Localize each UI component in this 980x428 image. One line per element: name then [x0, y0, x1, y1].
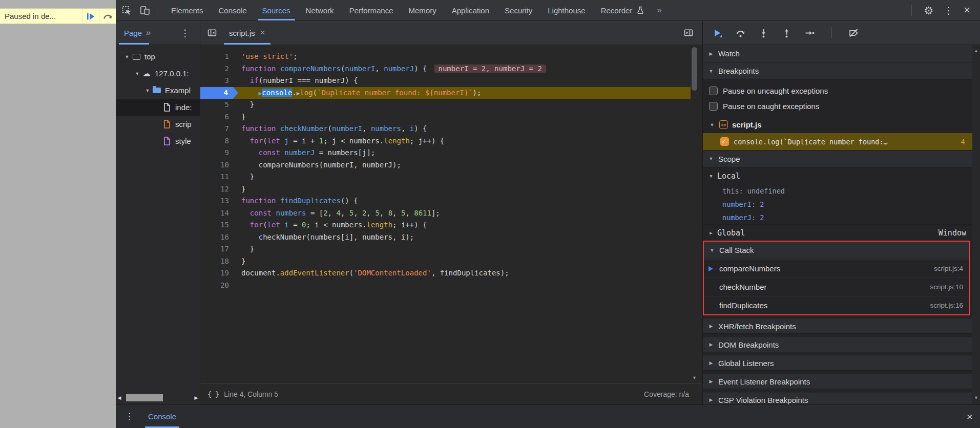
checkbox-unchecked[interactable]	[709, 87, 718, 95]
call-stack-frame-checkNumber[interactable]: checkNumberscript.js:10	[704, 277, 969, 296]
scope-local[interactable]: ▼ Local	[703, 167, 972, 184]
resume-script-button[interactable]	[82, 9, 99, 24]
scope-variable-numberI[interactable]: numberI: 2	[703, 198, 972, 211]
line-number-gutter[interactable]: 11	[200, 171, 238, 183]
pretty-print-button[interactable]: { }	[207, 390, 219, 398]
tree-item-inde[interactable]: inde:	[116, 99, 200, 116]
code-line-1[interactable]: 1'use strict';	[200, 51, 691, 63]
breakpoint-checkbox-checked[interactable]	[720, 137, 729, 146]
step-over-button[interactable]	[735, 28, 746, 38]
section-csp-violation-breakpoints[interactable]: ▶CSP Violation Breakpoints	[703, 392, 972, 404]
checkbox-unchecked[interactable]	[709, 102, 718, 111]
settings-gear-button[interactable]: ⚙	[921, 5, 936, 16]
scroll-right-arrow-icon[interactable]: ▶	[193, 395, 200, 400]
line-number-gutter[interactable]: 10	[200, 159, 238, 172]
code-line-6[interactable]: 6}	[200, 111, 691, 123]
pause-caught-row[interactable]: Pause on caught exceptions	[703, 98, 972, 114]
code-line-20[interactable]: 20	[200, 280, 691, 292]
scrollbar-thumb[interactable]	[126, 394, 163, 401]
step-out-button[interactable]	[781, 28, 792, 38]
customize-devtools-button[interactable]: ⋮	[941, 6, 956, 15]
tab-elements[interactable]: Elements	[163, 0, 211, 20]
resume-button[interactable]	[712, 28, 723, 38]
section-watch[interactable]: ▶ Watch	[703, 45, 972, 62]
line-number-gutter[interactable]: 8	[200, 135, 238, 147]
navigator-menu-button[interactable]: ⋮	[178, 28, 193, 38]
section-breakpoints[interactable]: ▼ Breakpoints	[703, 62, 972, 80]
pause-uncaught-row[interactable]: Pause on uncaught exceptions	[703, 83, 972, 98]
line-number-gutter[interactable]: 5	[200, 99, 238, 111]
toggle-navigator-button[interactable]	[204, 25, 220, 40]
tab-sources[interactable]: Sources	[255, 0, 298, 20]
more-tabs-button[interactable]: »	[653, 5, 664, 15]
scroll-down-arrow-icon[interactable]: ▼	[972, 395, 980, 400]
tab-memory[interactable]: Memory	[401, 0, 444, 20]
code-line-7[interactable]: 7function checkNumber(numberI, numbers, …	[200, 123, 691, 135]
code-line-19[interactable]: 19document.addEventListener('DOMContentL…	[200, 267, 691, 280]
editor-vertical-scrollbar[interactable]: ▼	[691, 46, 698, 382]
call-stack-frame-compareNumbers[interactable]: compareNumbersscript.js:4	[704, 259, 969, 277]
step-button[interactable]	[804, 28, 815, 38]
navigator-more-tabs-button[interactable]: »	[142, 28, 154, 38]
scroll-left-arrow-icon[interactable]: ◀	[116, 395, 123, 400]
line-number-gutter[interactable]: 16	[200, 231, 238, 244]
deactivate-breakpoints-button[interactable]	[848, 28, 859, 38]
navigator-horizontal-scrollbar[interactable]: ◀ ▶	[116, 392, 200, 403]
tab-network[interactable]: Network	[298, 0, 342, 20]
call-stack-frame-findDuplicates[interactable]: findDuplicatesscript.js:16	[704, 296, 969, 314]
line-number-gutter[interactable]: 9	[200, 147, 238, 159]
line-number-gutter[interactable]: 15	[200, 219, 238, 231]
line-number-gutter[interactable]: 18	[200, 255, 238, 268]
scrollbar-thumb[interactable]	[692, 47, 697, 91]
code-line-10[interactable]: 10 compareNumbers(numberI, numberJ);	[200, 159, 691, 172]
tab-console[interactable]: Console	[211, 0, 255, 20]
code-line-4[interactable]: 4 ▶console.▶log(`Duplicate number found:…	[200, 87, 691, 99]
line-number-gutter[interactable]: 2	[200, 63, 238, 75]
close-drawer-button[interactable]: ×	[967, 411, 973, 423]
step-into-button[interactable]	[758, 28, 769, 38]
code-line-12[interactable]: 12}	[200, 183, 691, 196]
code-line-14[interactable]: 14 const numbers = [2, 4, 5, 2, 5, 8, 5,…	[200, 207, 691, 220]
scroll-down-arrow-icon[interactable]: ▼	[691, 375, 698, 380]
code-line-11[interactable]: 11 }	[200, 171, 691, 183]
breakpoint-entry[interactable]: console.log(`Duplicate number found:… 4	[703, 133, 972, 150]
section-scope[interactable]: ▼ Scope	[703, 150, 972, 167]
code-line-18[interactable]: 18}	[200, 255, 691, 268]
code-line-9[interactable]: 9 const numberJ = numbers[j];	[200, 147, 691, 159]
scrollbar-track[interactable]	[123, 394, 193, 401]
drawer-menu-button[interactable]: ⋮	[125, 411, 134, 422]
line-number-gutter[interactable]: 6	[200, 111, 238, 123]
scope-global[interactable]: ▶ Global Window	[703, 224, 972, 241]
code-line-16[interactable]: 16 checkNumber(numbers[i], numbers, i);	[200, 231, 691, 244]
line-number-gutter[interactable]: 20	[200, 280, 238, 292]
code-line-3[interactable]: 3 if(numberI === numberJ) {	[200, 75, 691, 87]
navigator-tab-page[interactable]: Page	[124, 21, 142, 45]
line-number-gutter[interactable]: 19	[200, 267, 238, 280]
tab-security[interactable]: Security	[497, 0, 540, 20]
line-number-gutter[interactable]: 3	[200, 75, 238, 87]
tree-item-top[interactable]: ▼top	[116, 48, 200, 65]
tree-item-127001[interactable]: ▼☁127.0.0.1:	[116, 65, 200, 82]
code-line-17[interactable]: 17 }	[200, 243, 691, 255]
editor-tab-scriptjs[interactable]: script.js ×	[223, 21, 272, 45]
scope-variable-numberJ[interactable]: numberJ: 2	[703, 211, 972, 224]
code-line-13[interactable]: 13function findDuplicates() {	[200, 195, 691, 207]
sidebar-scrollbar[interactable]: ▲ ▼	[972, 45, 980, 404]
section-dom-breakpoints[interactable]: ▶DOM Breakpoints	[703, 337, 972, 352]
scroll-up-arrow-icon[interactable]: ▲	[972, 48, 980, 53]
toggle-debugger-sidebar-button[interactable]	[681, 25, 696, 40]
section-global-listeners[interactable]: ▶Global Listeners	[703, 355, 972, 371]
line-number-gutter[interactable]: 7	[200, 123, 238, 135]
drawer-tab-console[interactable]: Console	[145, 405, 179, 428]
line-number-gutter[interactable]: 12	[200, 183, 238, 196]
line-number-gutter[interactable]: 17	[200, 243, 238, 255]
section-xhr-fetch-breakpoints[interactable]: ▶XHR/fetch Breakpoints	[703, 318, 972, 334]
inspect-element-button[interactable]	[119, 3, 134, 17]
tab-application[interactable]: Application	[444, 0, 497, 20]
code-area[interactable]: 1'use strict';2function compareNumbers(n…	[200, 45, 702, 383]
code-line-15[interactable]: 15 for(let i = 0; i < numbers.length; i+…	[200, 219, 691, 231]
tree-item-style[interactable]: style	[116, 133, 200, 149]
line-number-gutter[interactable]: 14	[200, 207, 238, 220]
section-event-listener-breakpoints[interactable]: ▶Event Listener Breakpoints	[703, 374, 972, 389]
tab-recorder[interactable]: Recorder	[593, 0, 653, 20]
